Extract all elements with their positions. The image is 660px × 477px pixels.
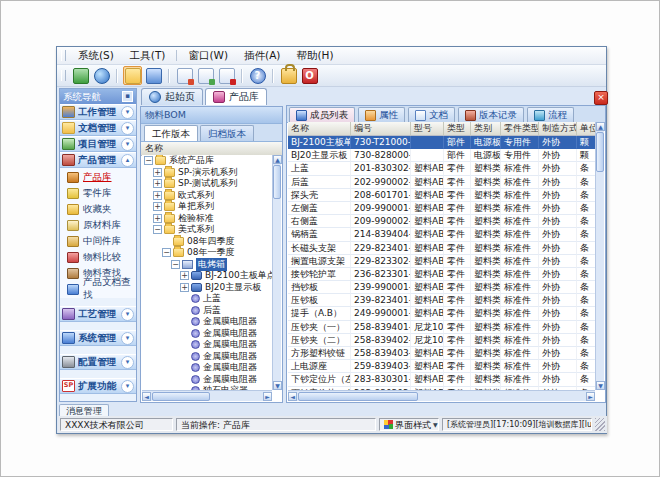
nav-group-7[interactable]: SP扩展功能▾ (60, 378, 136, 394)
close-tab-icon[interactable]: × (594, 91, 608, 105)
bom-monitor-button[interactable] (144, 66, 163, 85)
table-horizontal-scrollbar[interactable]: ◄ ► (288, 390, 595, 401)
scroll-left-icon[interactable]: ◄ (288, 392, 297, 401)
tab-attribute[interactable]: 属性 (358, 107, 405, 122)
tab-working-version[interactable]: 工作版本 (144, 125, 198, 141)
scroll-right-icon[interactable]: ► (263, 392, 272, 401)
lock-button[interactable] (279, 66, 298, 85)
scroll-down-icon[interactable]: ▼ (273, 381, 282, 390)
expand-icon[interactable]: + (153, 179, 162, 188)
tree-horizontal-scrollbar[interactable]: ◄ ► (142, 390, 272, 401)
chevron-down-icon[interactable]: ▾ (121, 380, 134, 393)
tree-column-header[interactable]: 名称 (141, 142, 282, 156)
scroll-thumb[interactable] (596, 132, 604, 172)
table-row[interactable]: 左侧盖209-990001-01X塑料ABS零件塑料类标准件外协条 (288, 202, 595, 215)
folder-open-button[interactable] (123, 66, 142, 85)
column-header[interactable]: 类型 (444, 122, 471, 136)
column-header[interactable]: 名称 (288, 122, 351, 136)
column-header[interactable]: 零件类型 (501, 122, 539, 136)
resize-grip[interactable] (595, 418, 605, 431)
expand-icon[interactable]: + (180, 283, 189, 292)
chevron-down-icon[interactable]: ▾ (121, 106, 134, 119)
web-button[interactable] (92, 66, 111, 85)
interface-style-button[interactable]: 界面样式 ▼ (379, 418, 439, 431)
table-row[interactable]: 压钞夹（二）258-839402-00X尼龙1010零件塑料类标准件外协条 (288, 334, 595, 347)
expand-icon[interactable]: + (180, 271, 189, 280)
nav-group-0[interactable]: 工作管理▾ (60, 104, 136, 120)
table-row[interactable]: 上电源座259-839403-00X塑料ABS零件塑料类标准件外协条 (288, 360, 595, 373)
sidebar-item-2[interactable]: 收藏夹 (60, 201, 136, 217)
table-row[interactable]: 后盖202-990002-01X塑料ABS零件塑料类标准件外协条 (288, 176, 595, 189)
tab-version-record[interactable]: 版本记录 (458, 107, 524, 122)
chevron-down-icon[interactable]: ▾ (121, 122, 134, 135)
table-row[interactable]: 压钞板239-823401-00X塑料ABS零件塑料类标准件外协条 (288, 294, 595, 307)
menu-item-3[interactable]: 插件(A) (236, 48, 288, 64)
table-row[interactable]: 长磁头支架229-823401-00X塑料ABS零件塑料类标准件外协条 (288, 242, 595, 255)
chevron-down-icon[interactable]: ▾ (121, 332, 134, 345)
expand-icon[interactable]: + (153, 214, 162, 223)
mail-new-button[interactable] (175, 66, 194, 85)
menu-item-4[interactable]: 帮助(H) (288, 48, 341, 64)
nav-group-3[interactable]: 产品管理▴ (60, 152, 136, 168)
mail-delete-button[interactable] (217, 66, 236, 85)
tree-vertical-scrollbar[interactable]: ▲ ▼ (272, 155, 281, 390)
tab-workflow[interactable]: 流程 (527, 107, 574, 122)
collapse-icon[interactable]: − (153, 225, 162, 234)
tab-document[interactable]: 文档 (408, 107, 455, 122)
menubar-grip[interactable] (61, 50, 66, 61)
sidebar-item-1[interactable]: 零件库 (60, 185, 136, 201)
table-row[interactable]: 挡钞板239-990001-01X塑料ABS零件塑料类标准件外协条 (288, 281, 595, 294)
column-header[interactable]: 编号 (351, 122, 411, 136)
expand-icon[interactable]: + (153, 168, 162, 177)
tab-member-list[interactable]: 成员列表 (289, 107, 355, 122)
logout-button[interactable]: O (300, 66, 319, 85)
help-button[interactable]: ? (248, 66, 267, 85)
table-row[interactable]: 下钞定位片（左）283-830301-00X塑料ABS零件塑料类标准件外协条 (288, 373, 595, 386)
toolbar-grip[interactable] (61, 70, 66, 81)
table-row[interactable]: 探头壳208-601701-01X塑料ABS零件塑料类标准件外协条 (288, 189, 595, 202)
table-row[interactable]: BJ-2100主板单点730-T21000-12X部件电源板专用件外协颗 (288, 136, 595, 149)
sidebar-item-4[interactable]: 中间件库 (60, 233, 136, 249)
collapse-icon[interactable]: − (162, 248, 171, 257)
expand-icon[interactable]: + (153, 191, 162, 200)
chevron-up-icon[interactable]: ▴ (121, 154, 134, 167)
table-row[interactable]: 上盖201-830302-00X塑料ABS零件塑料类标准件外协条 (288, 162, 595, 175)
scroll-right-icon[interactable]: ► (586, 392, 595, 401)
menu-item-0[interactable]: 系统(S) (70, 48, 122, 64)
scroll-down-icon[interactable]: ▼ (596, 381, 605, 390)
nav-group-6[interactable]: 配置管理▾ (60, 354, 136, 370)
chevron-down-icon[interactable]: ▾ (121, 356, 134, 369)
doc-tab-start-page[interactable]: 起始页 (141, 88, 203, 105)
scroll-thumb[interactable] (152, 392, 210, 401)
scroll-up-icon[interactable]: ▲ (273, 155, 282, 164)
nav-group-5[interactable]: 系统管理▾ (60, 330, 136, 346)
sidebar-options-icon[interactable]: ▪ (122, 91, 133, 102)
table-row[interactable]: 右侧盖209-990002-01X塑料ABS零件塑料类标准件外协条 (288, 215, 595, 228)
table-row[interactable]: 接钞轮护罩236-823301-00X塑料ABS零件塑料类标准件外协条 (288, 268, 595, 281)
sidebar-item-3[interactable]: 原材料库 (60, 217, 136, 233)
table-row[interactable]: 方形塑料铰链258-839403-00X塑料ABS零件塑料类标准件外协条 (288, 347, 595, 360)
sidebar-item-7[interactable]: 产品文档查找 (60, 281, 136, 297)
column-header[interactable]: 类别 (471, 122, 501, 136)
scroll-up-icon[interactable]: ▲ (596, 122, 605, 131)
nav-group-1[interactable]: 文档管理▾ (60, 120, 136, 136)
column-header[interactable]: 制造方式 (539, 122, 577, 136)
menu-item-1[interactable]: 工具(T) (122, 48, 174, 64)
table-row[interactable]: BJ20主显示板730-828000-04X部件电源板专用件外协颗 (288, 149, 595, 162)
scroll-thumb[interactable] (273, 165, 281, 199)
table-row[interactable]: 压钞夹（一）258-839401-00X尼龙1010零件塑料类标准件外协条 (288, 321, 595, 334)
table-row[interactable]: 锅柄盖214-839404-01X塑料ABS零件塑料类标准件外协条 (288, 228, 595, 241)
menu-item-2[interactable]: 窗口(W) (180, 48, 236, 64)
column-header[interactable]: 型号 (411, 122, 444, 136)
sidebar-item-5[interactable]: 物料比较 (60, 249, 136, 265)
scroll-left-icon[interactable]: ◄ (142, 392, 151, 401)
collapse-icon[interactable]: − (171, 260, 180, 269)
table-vertical-scrollbar[interactable]: ▲ ▼ (595, 122, 604, 390)
scroll-thumb[interactable] (298, 392, 418, 401)
chevron-down-icon[interactable]: ▾ (121, 308, 134, 321)
collapse-icon[interactable]: − (144, 156, 153, 165)
nav-group-2[interactable]: 项目管理▾ (60, 136, 136, 152)
column-header[interactable]: 单位 (577, 122, 595, 136)
table-row[interactable]: 提手（A.B）249-990001-01X塑料ABS零件塑料类标准件外协条 (288, 307, 595, 320)
sidebar-item-0[interactable]: 产品库 (60, 169, 136, 185)
